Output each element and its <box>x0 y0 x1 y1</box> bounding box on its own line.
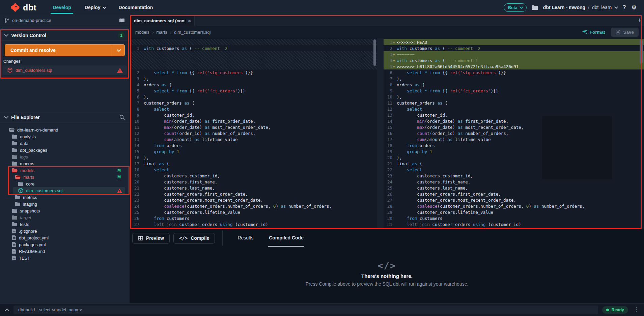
tree-item-label: target <box>20 215 31 220</box>
tree-item-dim-customers-sql[interactable]: dim_customers.sql <box>0 187 130 194</box>
file-explorer-title: File Explorer <box>11 115 40 120</box>
folder-icon <box>12 209 17 213</box>
code-line: 11customer_orders as ( <box>384 100 644 106</box>
tree-item-staging[interactable]: staging <box>0 201 130 207</box>
tree-item-label: dbt-learn-on-demand <box>17 127 58 133</box>
breadcrumb-marts[interactable]: marts <box>156 30 167 35</box>
version-control-header[interactable]: Version Control 1 <box>0 30 130 41</box>
code-line: 1+<<<<<<< HEAD <box>384 39 644 45</box>
bottom-toolbar: Preview </> Compile Results Compiled Cod… <box>130 229 644 247</box>
tree-item-test[interactable]: TEST <box>0 255 130 261</box>
nav-deploy[interactable]: Deploy <box>85 0 105 15</box>
tree-item-label: models <box>20 168 34 173</box>
tree-item-readme-md[interactable]: README.md <box>0 248 130 255</box>
tree-item-marts[interactable]: martsM <box>0 174 130 180</box>
code-line: 19 customers.customer_id, <box>131 173 377 179</box>
search-icon[interactable] <box>119 115 125 120</box>
tree-item-target[interactable]: target <box>0 214 130 221</box>
tab-compiled-code[interactable]: Compiled Code <box>268 229 304 247</box>
command-input[interactable]: dbt build --select <model_name> <box>13 306 598 314</box>
model-cube-icon <box>18 188 23 193</box>
beta-badge[interactable]: Beta <box>504 3 527 12</box>
tree-item-label: dbt_packages <box>20 148 47 153</box>
code-line: 31 left join customer_orders using (cust… <box>384 221 644 227</box>
right-scrollbar-thumb[interactable] <box>640 39 643 64</box>
dbt-logo-icon <box>10 2 20 12</box>
tree-item-dbt-project-yml[interactable]: dbt_project.yml <box>0 234 130 241</box>
tree-item-metrics[interactable]: metrics <box>0 194 130 201</box>
breadcrumb-file[interactable]: dim_customers.sql <box>174 30 211 35</box>
project-selector[interactable]: dbt Learn - mwong / dbt_learn <box>543 5 617 10</box>
tree-item-label: metrics <box>23 195 37 200</box>
file-explorer-header[interactable]: File Explorer <box>0 112 130 122</box>
dbt-logo[interactable]: dbt <box>10 2 36 12</box>
tree-item-core[interactable]: core <box>0 180 130 187</box>
close-icon[interactable]: × <box>188 18 191 24</box>
tree-item-label: dim_customers.sql <box>26 188 62 193</box>
book-icon[interactable] <box>119 18 125 23</box>
code-line: 9 select * from {{ ref('fct_orders')}} <box>384 88 644 94</box>
tree-item-dbt-packages[interactable]: dbt_packages <box>0 147 130 153</box>
code-line: 2with customers as ( -- comment 2 <box>384 45 644 51</box>
tree-item-dbt-learn-on-demand[interactable]: dbt-learn-on-demand <box>0 126 130 133</box>
breadcrumb-models[interactable]: models <box>135 30 149 35</box>
code-line: 3), <box>131 76 377 82</box>
tree-item-tests[interactable]: tests <box>0 221 130 228</box>
format-button[interactable]: Format <box>582 29 605 35</box>
preview-button[interactable]: Preview <box>132 233 170 243</box>
commit-button-label: Commit and resolve <box>5 45 113 56</box>
file-icon <box>12 256 16 260</box>
code-line: 21 customers.last_name, <box>131 185 377 191</box>
tab-results[interactable]: Results <box>237 229 254 247</box>
save-button[interactable]: Save <box>611 28 639 37</box>
git-branch-icon <box>5 18 9 23</box>
tree-item--gitignore[interactable]: .gitignore <box>0 228 130 234</box>
chevron-up-icon[interactable] <box>5 308 9 311</box>
gear-icon[interactable]: ⚙ <box>632 4 637 11</box>
new-tab-icon[interactable]: + <box>638 17 641 24</box>
commit-button-caret[interactable] <box>113 45 124 56</box>
status-badge: Ready <box>602 306 628 314</box>
tree-item-label: marts <box>23 175 34 180</box>
branch-row[interactable]: on-demand-practice <box>0 15 130 26</box>
tree-item-analysis[interactable]: analysis <box>0 133 130 140</box>
bottom-panel: Preview </> Compile Results Compiled Cod… <box>130 229 644 303</box>
empty-state-title: There's nothing here. <box>361 273 413 279</box>
kebab-menu-icon[interactable]: ⋮ <box>634 306 639 313</box>
tree-item-packages-yml[interactable]: packages.yml <box>0 241 130 248</box>
tree-item-data[interactable]: data <box>0 140 130 147</box>
folder-open-icon <box>12 168 18 172</box>
format-label: Format <box>590 30 605 35</box>
code-line: 27 customer_orders.most_recent_order_dat… <box>384 197 644 203</box>
tree-item-label: tests <box>20 222 29 227</box>
code-line: 22 customer_orders.first_order_date, <box>131 191 377 197</box>
tree-item-models[interactable]: modelsM <box>0 167 130 174</box>
warning-triangle-icon <box>117 189 122 193</box>
code-line: 8 select <box>131 106 377 112</box>
tree-item-macros[interactable]: macros <box>0 160 130 167</box>
compile-button[interactable]: </> Compile <box>173 233 215 243</box>
left-scrollbar-thumb[interactable] <box>373 39 376 66</box>
code-line: 26 from customers <box>131 215 377 221</box>
toolbar-divider <box>222 230 223 246</box>
tree-item-snapshots[interactable]: snapshots <box>0 207 130 214</box>
code-line: 25 customers.last_name, <box>384 185 644 191</box>
changed-file-row[interactable]: dim_customers.sql <box>3 65 127 75</box>
help-icon[interactable]: ? <box>622 4 626 11</box>
nav-develop[interactable]: Develop <box>53 0 71 15</box>
sparkle-icon <box>582 29 587 35</box>
tab-dim-customers[interactable]: dim_customers.sql (confli... × <box>131 15 195 26</box>
tree-item-label: packages.yml <box>19 242 46 247</box>
compile-label: Compile <box>191 235 209 241</box>
save-label: Save <box>623 30 634 35</box>
folder-icon <box>12 216 17 220</box>
folder-open-icon <box>15 175 21 179</box>
nav-documentation[interactable]: Documentation <box>119 0 153 15</box>
tree-item-label: logs <box>20 154 28 160</box>
code-line: 4+with customers as ( -- comment 1 <box>384 57 644 63</box>
diff-editor[interactable]: 1with customers as ( -- comment 22 selec… <box>130 38 644 229</box>
tree-item-logs[interactable]: logs <box>0 153 130 160</box>
commit-and-resolve-button[interactable]: Commit and resolve <box>5 44 125 56</box>
diff-pane-original[interactable]: 1with customers as ( -- comment 22 selec… <box>131 38 377 229</box>
code-line: 23 customer_orders.most_recent_order_dat… <box>131 197 377 203</box>
